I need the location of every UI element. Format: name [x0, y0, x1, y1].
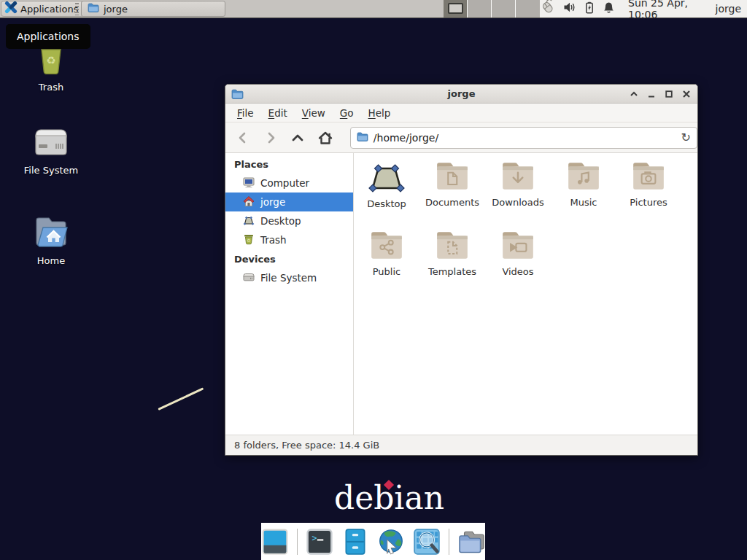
- panel-tray-area: Sun 25 Apr, 10:06 jorge: [540, 0, 747, 18]
- taskbar-drag-handle[interactable]: [75, 3, 79, 15]
- svg-text:>: >: [311, 532, 317, 542]
- maximize-button[interactable]: [663, 89, 674, 100]
- show-desktop-icon[interactable]: [261, 528, 289, 556]
- pictures-folder-icon: [630, 160, 667, 195]
- svg-text:♻: ♻: [247, 237, 250, 242]
- file-manager-window: jorge File Edit View Go Help: [225, 84, 698, 456]
- folder-item-public[interactable]: Public: [354, 228, 419, 289]
- folder-item-pictures[interactable]: Pictures: [616, 159, 681, 220]
- home-icon[interactable]: [317, 129, 334, 147]
- sidebar-item-label: Trash: [260, 234, 287, 246]
- desktop-icon-label: Home: [0, 255, 102, 266]
- top-panel: Applications jorge: [0, 0, 747, 18]
- sidebar-item-file-system[interactable]: File System: [225, 268, 353, 287]
- devices-header: Devices: [225, 249, 353, 268]
- folder-label: Public: [354, 266, 419, 277]
- shade-button[interactable]: [628, 89, 639, 100]
- music-folder-icon: [565, 160, 602, 195]
- terminal-icon[interactable]: >: [306, 528, 333, 556]
- file-cabinet-icon[interactable]: [341, 528, 369, 556]
- folder-item-documents[interactable]: Documents: [419, 159, 485, 220]
- desktop-special-icon: [367, 160, 406, 197]
- desktop-icon-home[interactable]: Home: [0, 216, 102, 266]
- sidebar-item-label: File System: [260, 272, 317, 284]
- sidebar-item-desktop[interactable]: Desktop: [225, 211, 353, 230]
- workspace-window-preview: [448, 3, 463, 14]
- dock-separator: [449, 529, 449, 555]
- desktop-icon-label: Trash: [0, 82, 102, 93]
- up-icon[interactable]: [289, 129, 306, 147]
- workspace-3[interactable]: [492, 0, 516, 18]
- xfce-x-icon: [4, 1, 18, 17]
- forward-icon[interactable]: [262, 129, 279, 147]
- drive-icon: [243, 271, 255, 285]
- menu-go[interactable]: Go: [333, 104, 361, 122]
- close-button[interactable]: [681, 89, 692, 100]
- wallpaper-swirl-line: [158, 387, 204, 410]
- path-bar[interactable]: /home/jorge/ ↻: [350, 127, 697, 149]
- desktop-screen: Applications jorge: [0, 0, 747, 560]
- home-icon: [243, 195, 255, 209]
- public-folder-icon: [368, 230, 405, 265]
- workspace-4[interactable]: [516, 0, 540, 18]
- sidebar-item-computer[interactable]: Computer: [225, 174, 353, 192]
- applications-menu-button[interactable]: Applications: [1, 1, 85, 17]
- mouse-icon[interactable]: [540, 0, 556, 18]
- back-icon[interactable]: [234, 129, 252, 147]
- folder-icon: [88, 3, 99, 15]
- folder-label: Desktop: [354, 198, 419, 209]
- places-sidebar: Places Computer: [225, 153, 354, 435]
- home-folder-icon: [34, 216, 69, 252]
- folder-label: Music: [551, 197, 616, 208]
- workspace-1[interactable]: [444, 0, 468, 18]
- sidebar-item-trash[interactable]: ♻ Trash: [225, 230, 353, 249]
- reload-icon[interactable]: ↻: [681, 132, 691, 144]
- folder-item-downloads[interactable]: Downloads: [485, 159, 551, 220]
- menu-bar: File Edit View Go Help: [225, 104, 697, 122]
- templates-folder-icon: [434, 230, 471, 265]
- window-titlebar[interactable]: jorge: [225, 85, 697, 104]
- documents-folder-icon: [434, 160, 471, 195]
- folder-item-templates[interactable]: Templates: [419, 228, 485, 289]
- workspace-pager[interactable]: [444, 0, 540, 18]
- application-finder-icon[interactable]: [413, 528, 441, 556]
- desktop-icon-label: File System: [0, 165, 102, 176]
- taskbar-window-button[interactable]: jorge: [81, 1, 225, 17]
- bottom-dock: >: [261, 523, 485, 560]
- minimize-button[interactable]: [646, 89, 657, 100]
- folder-label: Videos: [485, 266, 551, 277]
- path-input[interactable]: /home/jorge/: [374, 132, 676, 144]
- sidebar-item-jorge[interactable]: jorge: [225, 192, 353, 211]
- notifications-bell-icon[interactable]: [603, 1, 615, 17]
- sidebar-item-label: Desktop: [260, 215, 301, 227]
- menu-view[interactable]: View: [295, 104, 333, 122]
- workspace-2[interactable]: [468, 0, 492, 18]
- desktop-icon-filesystem[interactable]: File System: [0, 127, 102, 176]
- trash-icon: ♻: [243, 233, 255, 247]
- folder-view[interactable]: Desktop Documents: [354, 153, 697, 435]
- folder-item-music[interactable]: Music: [551, 159, 616, 220]
- folder-item-videos[interactable]: Videos: [485, 228, 551, 289]
- sidebar-item-label: jorge: [260, 196, 285, 208]
- folder-label: Documents: [419, 197, 485, 208]
- hard-drive-icon: [34, 127, 69, 162]
- battery-charging-icon[interactable]: [584, 1, 595, 17]
- volume-icon[interactable]: [563, 1, 576, 16]
- applications-menu-label: Applications: [20, 4, 78, 15]
- status-bar: 8 folders, Free space: 14.4 GiB: [225, 435, 697, 455]
- folder-label: Pictures: [616, 197, 681, 208]
- web-browser-icon[interactable]: [377, 528, 405, 556]
- debian-wordmark: debian: [334, 479, 444, 516]
- menu-help[interactable]: Help: [361, 104, 398, 122]
- menu-file[interactable]: File: [230, 104, 261, 122]
- folder-label: Downloads: [485, 197, 551, 208]
- svg-text:♻: ♻: [46, 54, 55, 67]
- downloads-folder-icon: [500, 160, 536, 195]
- window-title: jorge: [225, 88, 697, 99]
- menu-edit[interactable]: Edit: [261, 104, 295, 122]
- status-text: 8 folders, Free space: 14.4 GiB: [234, 440, 379, 451]
- panel-user-menu[interactable]: jorge: [716, 3, 741, 15]
- panel-clock[interactable]: Sun 25 Apr, 10:06: [628, 0, 704, 20]
- folder-item-desktop[interactable]: Desktop: [354, 159, 419, 220]
- directory-menu-icon[interactable]: [457, 528, 485, 556]
